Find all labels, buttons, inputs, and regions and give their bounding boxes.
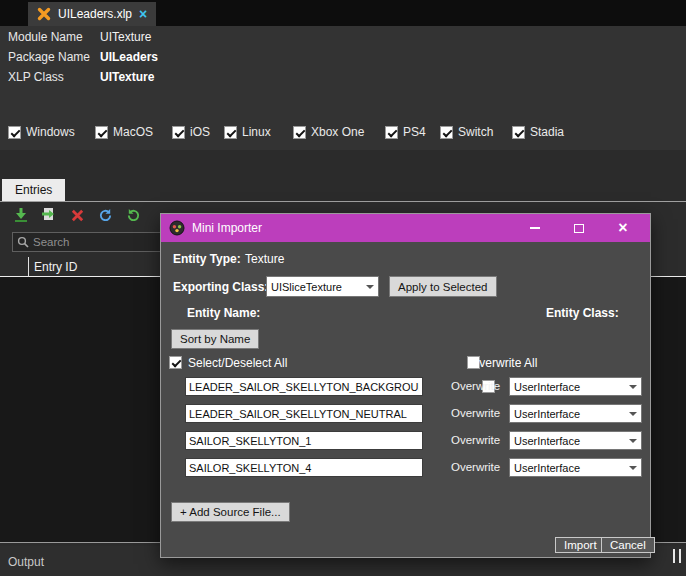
mini-importer-icon [169,220,185,236]
entity-class-label: Entity Class: [546,306,619,320]
entity-name-input[interactable] [185,431,423,450]
platform-xboxone: Xbox One [293,124,364,140]
row-overwrite-label: Overwrite [451,380,500,392]
sort-by-name-button[interactable]: Sort by Name [171,329,259,349]
search-input[interactable] [33,236,161,248]
entity-class-dropdown[interactable]: UserInterface [509,458,642,477]
resize-grip[interactable] [673,549,681,563]
entity-class-dropdown[interactable]: UserInterface [509,404,642,423]
tab-close-icon[interactable]: × [139,7,147,21]
package-name-value: UILeaders [100,50,158,64]
entity-type-label: Entity Type: [173,252,241,266]
linux-checkbox[interactable] [224,126,237,139]
document-tab-title: UILeaders.xlp [58,7,132,21]
xlp-file-icon [37,7,51,21]
select-all-checkbox[interactable] [169,356,182,369]
column-divider[interactable] [28,257,29,277]
entity-name-input[interactable] [185,377,423,396]
select-all-label: Select/Deselect All [188,356,287,370]
tab-entries[interactable]: Entries [2,179,65,201]
dialog-title: Mini Importer [192,221,262,235]
delete-entry-icon[interactable] [68,206,86,224]
entity-type-value: Texture [245,252,284,266]
platform-windows: Windows [8,124,75,140]
cancel-button[interactable]: Cancel [601,537,655,553]
search-icon [17,236,29,248]
maximize-icon[interactable] [570,218,588,238]
package-name-label: Package Name [8,50,90,64]
add-source-file-button[interactable]: + Add Source File... [171,502,290,522]
platform-ps4: PS4 [385,124,426,140]
document-tab[interactable]: UILeaders.xlp × [28,2,156,26]
switch-checkbox[interactable] [440,126,453,139]
entity-class-dropdown[interactable]: UserInterface [509,377,642,396]
windows-checkbox[interactable] [8,126,21,139]
entity-name-input[interactable] [185,404,423,423]
xlp-class-label: XLP Class [8,70,64,84]
document-tabbar: UILeaders.xlp × [0,0,686,26]
stadia-checkbox[interactable] [512,126,525,139]
import-entry-icon[interactable] [40,206,58,224]
search-box [12,232,166,252]
entity-class-dropdown[interactable]: UserInterface [509,431,642,450]
entity-name-input[interactable] [185,458,423,477]
mini-importer-dialog: Mini Importer × Entity Type: Texture Exp… [160,213,651,558]
platform-linux: Linux [224,124,271,140]
entity-name-label: Entity Name: [187,306,260,320]
import-button[interactable]: Import [555,537,606,553]
entries-toolbar [12,206,142,224]
add-entry-icon[interactable] [12,206,30,224]
ps4-checkbox[interactable] [385,126,398,139]
refresh-icon[interactable] [96,206,114,224]
column-header-entry-id[interactable]: Entry ID [34,260,77,274]
xlp-class-value: UITexture [100,70,154,84]
module-name-value: UITexture [100,30,151,44]
platform-stadia: Stadia [512,124,564,140]
row-overwrite-label: Overwrite [451,461,500,473]
output-label: Output [8,555,44,569]
minimize-icon[interactable] [526,218,544,238]
platform-ios: iOS [172,124,210,140]
overwrite-all-label: Overwrite All [470,356,537,370]
platform-macos: MacOS [95,124,153,140]
row-overwrite-label: Overwrite [451,434,500,446]
macos-checkbox[interactable] [95,126,108,139]
exporting-class-label: Exporting Class: [173,280,268,294]
ios-checkbox[interactable] [172,126,185,139]
xboxone-checkbox[interactable] [293,126,306,139]
module-name-label: Module Name [8,30,83,44]
platform-switch: Switch [440,124,493,140]
close-icon[interactable]: × [614,218,632,238]
export-entry-icon[interactable] [124,206,142,224]
row-overwrite-label: Overwrite [451,407,500,419]
exporting-class-dropdown[interactable]: UISliceTexture [266,276,379,297]
app-window: UILeaders.xlp × Module Name UITexture Pa… [0,0,686,576]
dialog-titlebar[interactable]: Mini Importer × [161,214,650,242]
apply-to-selected-button[interactable]: Apply to Selected [389,276,497,297]
